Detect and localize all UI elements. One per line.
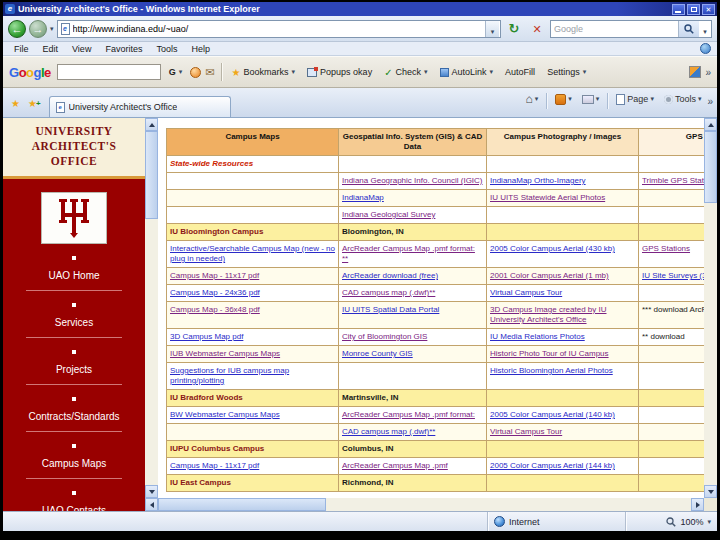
content-link[interactable]: Monroe County GIS (342, 349, 413, 358)
content-link[interactable]: City of Bloomington GIS (342, 332, 427, 341)
bullet-icon (72, 256, 76, 260)
sidebar-item-uao-home[interactable]: UAO Home (3, 256, 145, 291)
toolbar-settings-button[interactable]: Settings▾ (543, 65, 590, 79)
scroll-up-arrow[interactable] (704, 118, 717, 131)
spellcheck-button[interactable]: ✓Check▾ (380, 65, 431, 80)
autolink-button[interactable]: AutoLink▾ (436, 65, 498, 79)
url-text[interactable]: http://www.indiana.edu/~uao/ (73, 24, 482, 34)
content-link[interactable]: 2005 Color Campus Aerial (140 kb) (490, 410, 615, 419)
google-toolbar-search-input[interactable] (57, 64, 161, 80)
scroll-right-arrow[interactable] (691, 498, 704, 511)
scrollbar-thumb[interactable] (158, 498, 326, 511)
menu-favorites[interactable]: Favorites (98, 44, 149, 54)
refresh-button[interactable]: ↻ (504, 19, 524, 39)
pagerank-icon[interactable] (190, 67, 201, 78)
bookmarks-button[interactable]: ★Bookmarks▾ (228, 65, 300, 80)
tab-university-architects-office[interactable]: e University Architect's Office (49, 96, 231, 117)
sidebar-item-projects[interactable]: Projects (3, 350, 145, 385)
content-link[interactable]: IndianaMap (342, 193, 384, 202)
vertical-scrollbar[interactable] (704, 118, 717, 498)
content-link[interactable]: Indiana Geological Survey (342, 210, 435, 219)
sidebar-scrollbar[interactable] (145, 118, 158, 498)
content-link[interactable]: IU UITS Statewide Aerial Photos (490, 193, 605, 202)
content-link[interactable]: IU UITS Spatial Data Portal (342, 305, 439, 314)
zoom-control[interactable]: 100% ▾ (625, 512, 717, 531)
content-link[interactable]: ArcReader Campus Map .pmf format: (342, 410, 475, 419)
maximize-button[interactable] (687, 4, 700, 15)
autofill-button[interactable]: AutoFill (501, 65, 539, 79)
google-search-go-button[interactable]: G▾ (165, 65, 187, 79)
content-link[interactable]: Campus Map - 36x48 pdf (170, 305, 260, 314)
search-go-button[interactable] (678, 21, 699, 37)
content-link[interactable]: Trimble GPS Stations (642, 176, 704, 185)
menu-file[interactable]: File (7, 44, 36, 54)
feeds-button[interactable]: ▾ (551, 89, 576, 109)
content-link[interactable]: IndianaMap Ortho-Imagery (490, 176, 586, 185)
content-link[interactable]: Historic Bloomington Aerial Photos (490, 366, 613, 375)
content-link[interactable]: IU Media Relations Photos (490, 332, 585, 341)
content-link[interactable]: Virtual Campus Tour (490, 288, 562, 297)
scrollbar-thumb[interactable] (704, 131, 717, 203)
sidebar-item-uao-contacts[interactable]: UAO Contacts (3, 491, 145, 511)
print-button[interactable]: ▾ (578, 89, 604, 109)
close-button[interactable]: ✕ (702, 4, 715, 15)
content-link[interactable]: 3D Campus Image created by IU University… (490, 305, 607, 324)
content-link[interactable]: GPS Stations (642, 244, 690, 253)
menu-view[interactable]: View (65, 44, 98, 54)
gmail-icon[interactable]: ✉ (205, 66, 214, 79)
content-link[interactable]: IUB Webmaster Campus Maps (170, 349, 280, 358)
home-button[interactable]: ⌂▾ (522, 89, 543, 109)
content-link[interactable]: 2005 Color Campus Aerial (430 kb) (490, 244, 615, 253)
sidebar-item-contracts-standards[interactable]: Contracts/Standards (3, 397, 145, 432)
tools-menu-button[interactable]: Tools▾ (660, 89, 706, 109)
google-toolbar-extra-icon[interactable] (689, 66, 701, 78)
zoom-dropdown[interactable]: ▾ (707, 518, 711, 526)
content-link[interactable]: Suggestions for IUB campus map printing/… (170, 366, 289, 385)
scroll-left-arrow[interactable] (145, 498, 158, 511)
add-favorite-button[interactable]: ★+ (24, 93, 45, 113)
content-link[interactable]: ArcReader Campus Map .pmf (342, 461, 448, 470)
tab-overflow-chevron[interactable]: » (707, 96, 713, 107)
scroll-down-arrow[interactable] (145, 485, 158, 498)
search-input[interactable] (551, 24, 678, 34)
menu-help[interactable]: Help (184, 44, 217, 54)
toolbar-separator (221, 63, 222, 81)
stop-button[interactable]: ✕ (527, 19, 547, 39)
content-link[interactable]: Virtual Campus Tour (490, 427, 562, 436)
content-link[interactable]: 2001 Color Campus Aerial (1 mb) (490, 271, 609, 280)
content-link[interactable]: IU Site Surveys (3) (642, 271, 704, 280)
content-link[interactable]: ArcReader download (free) (342, 271, 438, 280)
bullet-icon (72, 397, 76, 401)
horizontal-scrollbar[interactable] (145, 498, 704, 511)
minimize-button[interactable] (672, 4, 685, 15)
forward-button[interactable]: → (29, 20, 47, 38)
toolbar-overflow-chevron[interactable]: » (705, 67, 711, 78)
content-link[interactable]: CAD campus map (.dwf)** (342, 427, 435, 436)
back-button[interactable]: ← (8, 20, 26, 38)
content-link[interactable]: 3D Campus Map pdf (170, 332, 243, 341)
menu-tools[interactable]: Tools (149, 44, 184, 54)
address-dropdown[interactable]: ▾ (485, 21, 499, 37)
content-link[interactable]: Campus Map - 11x17 pdf (170, 271, 259, 280)
page-menu-button[interactable]: Page▾ (612, 89, 658, 109)
content-link[interactable]: BW Webmaster Campus Maps (170, 410, 280, 419)
scrollbar-thumb[interactable] (145, 131, 158, 219)
search-options-dropdown[interactable]: ▾ (699, 20, 711, 38)
content-link[interactable]: ArcReader Campus Map .pmf format: ** (342, 244, 475, 263)
sidebar-item-campus-maps[interactable]: Campus Maps (3, 444, 145, 479)
content-link[interactable]: Indiana Geographic Info. Council (IGIC) (342, 176, 483, 185)
scroll-up-arrow[interactable] (145, 118, 158, 131)
content-link[interactable]: Campus Map - 11x17 pdf (170, 461, 259, 470)
content-link[interactable]: Interactive/Searchable Campus Map (new -… (170, 244, 335, 263)
address-bar[interactable]: e http://www.indiana.edu/~uao/ ▾ (57, 20, 501, 38)
scroll-down-arrow[interactable] (704, 485, 717, 498)
content-link[interactable]: 2005 Color Campus Aerial (144 kb) (490, 461, 615, 470)
sidebar-item-services[interactable]: Services (3, 303, 145, 338)
popup-blocker-button[interactable]: Popups okay (303, 65, 376, 79)
content-link[interactable]: CAD campus map (.dwf)** (342, 288, 435, 297)
favorites-center-button[interactable]: ★ (7, 93, 24, 113)
content-link[interactable]: Campus Map - 24x36 pdf (170, 288, 260, 297)
content-link[interactable]: Historic Photo Tour of IU Campus (490, 349, 609, 358)
menu-edit[interactable]: Edit (36, 44, 66, 54)
recent-pages-dropdown[interactable]: ▾ (50, 25, 54, 33)
